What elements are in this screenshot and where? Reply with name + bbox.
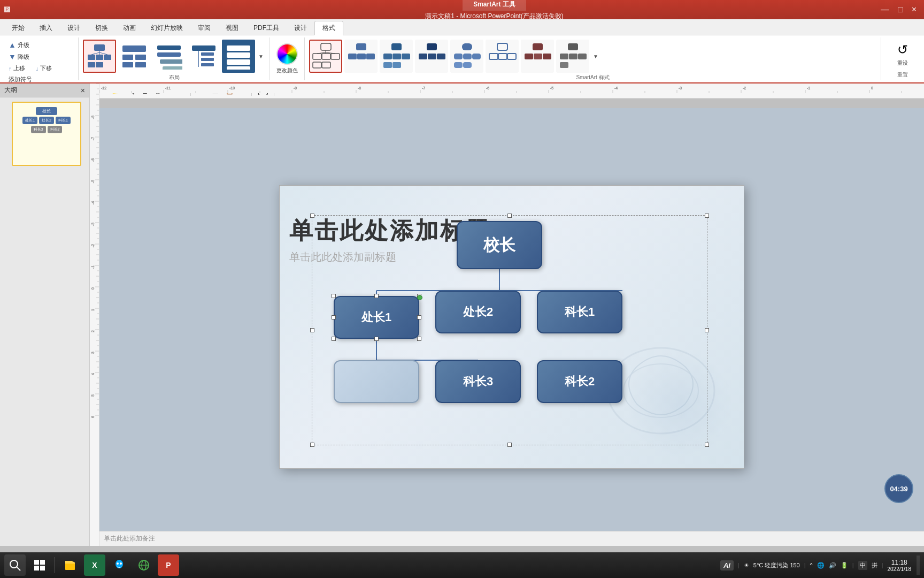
org-node-bot3[interactable]: 科长2	[537, 360, 622, 403]
move-up-btn[interactable]: ↑上移	[4, 63, 29, 73]
taskbar-excel[interactable]: X	[84, 554, 105, 576]
layout-scroll-down[interactable]: ▼	[257, 40, 265, 72]
taskbar-search[interactable]	[4, 554, 26, 576]
timer-circle: 04:39	[884, 474, 913, 503]
svg-rect-50	[462, 43, 472, 50]
tab-pdf[interactable]: PDF工具	[246, 21, 287, 35]
tab-huandeng[interactable]: 幻灯片放映	[143, 21, 190, 35]
downgrade-btn[interactable]: ▼ 降级	[4, 51, 74, 62]
window-controls: — □ ×	[877, 5, 920, 14]
reset-btn[interactable]: ↺ 重设	[894, 39, 911, 70]
taskbar-right: Ai | ☀ 5°C 轻度污染 150 | ^ 🌐 🔊 🔋 | 中 拼 | 11…	[720, 556, 920, 575]
svg-text:-3: -3	[91, 223, 95, 226]
org-node-bot1[interactable]	[334, 360, 419, 403]
upgrade-btn[interactable]: ▲ 升级	[4, 40, 74, 50]
svg-rect-62	[534, 54, 542, 59]
layout-thumb-1[interactable]	[83, 40, 116, 73]
svg-rect-29	[322, 54, 330, 59]
handle-ml[interactable]	[310, 328, 314, 332]
tab-sheji[interactable]: 设计	[60, 21, 88, 35]
org-node-mid1[interactable]: 处长1	[334, 296, 419, 339]
tray-speaker-icon[interactable]: 🔊	[829, 562, 836, 569]
smartart-style-8[interactable]	[556, 40, 589, 73]
move-down-btn[interactable]: ↓下移	[32, 63, 57, 73]
handle-br[interactable]	[705, 443, 709, 447]
smartart-style-7[interactable]	[521, 40, 554, 73]
mid1-handle-bl[interactable]	[332, 337, 336, 341]
taskbar-file-manager[interactable]	[59, 554, 81, 576]
svg-rect-12	[122, 62, 133, 67]
handle-bl[interactable]	[310, 443, 314, 447]
tab-charu[interactable]: 插入	[32, 21, 60, 35]
layout-thumb-3[interactable]	[152, 40, 186, 73]
handle-tc[interactable]	[507, 214, 512, 218]
layout-thumb-5[interactable]	[222, 40, 255, 73]
note-placeholder-text[interactable]: 单击此处添加备注	[104, 534, 155, 543]
handle-tr[interactable]	[705, 214, 709, 218]
tab-kaishi[interactable]: 开始	[4, 21, 32, 35]
smartart-style-1[interactable]	[309, 40, 342, 73]
handle-tl[interactable]	[310, 214, 314, 218]
taskbar-separator4: |	[852, 562, 854, 568]
smartart-style-3[interactable]	[380, 40, 413, 73]
org-node-top[interactable]: 校长	[457, 221, 542, 269]
taskbar-powerpoint[interactable]: P	[158, 554, 179, 576]
svg-rect-66	[569, 54, 578, 59]
mid1-handle-mr[interactable]	[417, 315, 421, 320]
mid1-handle-ml[interactable]	[332, 315, 336, 320]
outline-node-top: 校长	[36, 107, 57, 115]
layout-thumb-4[interactable]	[187, 40, 220, 73]
taskbar-tencent[interactable]	[109, 554, 130, 576]
mid1-handle-bc[interactable]	[374, 337, 379, 341]
org-node-mid3[interactable]: 科长1	[537, 291, 622, 333]
show-desktop-btn[interactable]	[917, 556, 920, 575]
svg-rect-58	[498, 54, 507, 59]
smartart-style-6[interactable]	[486, 40, 519, 73]
ime-pin[interactable]: 拼	[872, 561, 877, 569]
smartart-container[interactable]: 校长 处长1 处长2	[312, 215, 707, 445]
slide[interactable]: 单击此处添加标题 单击此此处添加副标题	[279, 185, 744, 469]
mid1-handle-br[interactable]	[417, 337, 421, 341]
smartart-style-4[interactable]	[415, 40, 448, 73]
outline-header: 大纲 ×	[0, 83, 89, 97]
org-node-mid2[interactable]: 处长2	[435, 291, 521, 333]
maximize-btn[interactable]: □	[895, 5, 906, 14]
handle-bc[interactable]	[507, 443, 512, 447]
canvas-area[interactable]: 单击此处添加标题 单击此此处添加副标题	[99, 108, 924, 546]
tray-up-icon[interactable]: ^	[810, 562, 813, 568]
taskbar-sep1	[55, 557, 55, 573]
svg-point-199	[10, 560, 18, 568]
note-bar[interactable]: 单击此处添加备注	[99, 531, 924, 546]
taskbar-browser[interactable]	[133, 554, 155, 576]
tab-donghua[interactable]: 动画	[116, 21, 143, 35]
tab-shenyue[interactable]: 审阅	[190, 21, 218, 35]
drag-handle-green[interactable]	[417, 295, 422, 300]
mid1-handle-tc[interactable]	[374, 294, 379, 298]
mid1-handle-tl[interactable]	[332, 294, 336, 298]
tab-shitu[interactable]: 视图	[218, 21, 246, 35]
smartart-style-2[interactable]	[344, 40, 378, 73]
tab-qiehuan[interactable]: 切换	[88, 21, 116, 35]
ime-zh[interactable]: 中	[858, 561, 867, 570]
slide-thumbnail[interactable]: 校长 处长1 处长2 科长1 科长3 科长2	[12, 102, 81, 166]
tab-design2[interactable]: 设计	[287, 21, 314, 35]
outline-bot2: 科长2	[48, 126, 63, 133]
svg-rect-204	[40, 566, 45, 571]
ai-label[interactable]: Ai	[720, 560, 734, 571]
handle-mr[interactable]	[705, 328, 709, 332]
org-node-bot2[interactable]: 科长3	[435, 360, 521, 403]
smartart-style-5[interactable]	[450, 40, 483, 73]
datetime-display[interactable]: 11:18 2022/1/18	[888, 559, 912, 572]
layout-thumb-2[interactable]	[118, 40, 151, 73]
svg-rect-22	[201, 63, 214, 66]
svg-text:-11: -11	[165, 86, 171, 90]
smartart-tools-tab[interactable]: SmartArt 工具	[463, 0, 526, 11]
style-scroll-down[interactable]: ▼	[591, 40, 600, 72]
minimize-btn[interactable]: —	[877, 5, 892, 14]
close-btn[interactable]: ×	[908, 5, 920, 14]
tab-geshi[interactable]: 格式	[314, 21, 343, 35]
change-color-btn[interactable]	[276, 43, 298, 65]
tray-battery-icon: 🔋	[841, 562, 848, 569]
taskbar-windows[interactable]	[29, 554, 50, 576]
outline-close-btn[interactable]: ×	[81, 86, 85, 95]
